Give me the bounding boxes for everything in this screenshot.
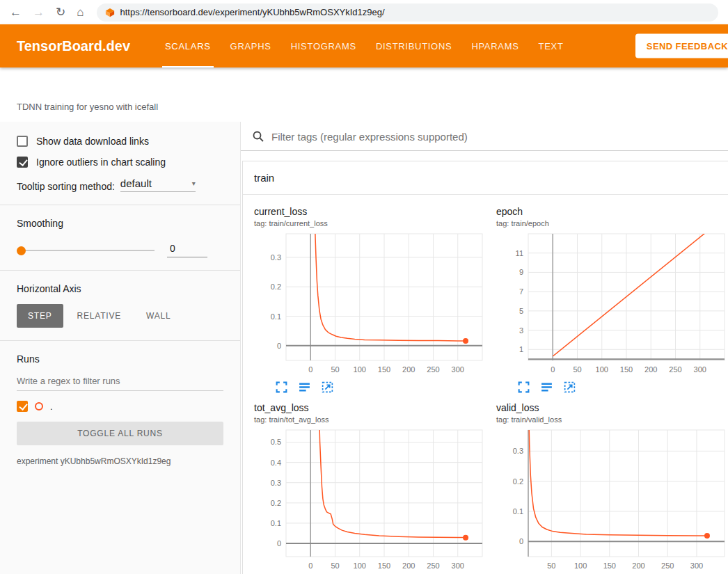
tab-graphs[interactable]: GRAPHS <box>221 24 281 67</box>
fullscreen-icon[interactable] <box>275 381 288 394</box>
home-icon[interactable]: ⌂ <box>77 6 84 18</box>
address-bar[interactable]: https://tensorboard.dev/experiment/yKUbh… <box>97 3 718 22</box>
svg-text:0.2: 0.2 <box>513 477 523 486</box>
tooltip-sorting-label: Tooltip sorting method: <box>17 181 115 192</box>
tab-distributions[interactable]: DISTRIBUTIONS <box>366 24 462 67</box>
train-section-card: train current_loss tag: train/current_lo… <box>242 161 728 574</box>
smoothing-slider[interactable] <box>17 246 155 255</box>
show-download-links-row[interactable]: Show data download links <box>17 136 223 147</box>
svg-text:150: 150 <box>378 561 390 570</box>
relative-axis-button[interactable]: RELATIVE <box>66 304 133 328</box>
show-download-links-label: Show data download links <box>36 136 149 147</box>
line-chart-tot-avg-loss[interactable]: 05010015020025030000.10.20.30.40.5 <box>254 426 491 574</box>
line-chart-epoch[interactable]: 0501001502002503001357911 <box>496 230 728 378</box>
reload-icon[interactable]: ↻ <box>56 6 65 18</box>
chart-card-valid-loss: valid_loss tag: train/valid_loss 5010015… <box>496 402 728 574</box>
chart-title: tot_avg_loss <box>254 402 491 414</box>
data-table-icon[interactable] <box>540 381 553 394</box>
run-item[interactable]: . <box>17 401 223 412</box>
ignore-outliers-row[interactable]: Ignore outliers in chart scaling <box>17 157 223 168</box>
step-axis-button[interactable]: STEP <box>17 304 63 328</box>
svg-text:200: 200 <box>402 561 415 570</box>
tensorboard-favicon <box>105 8 115 17</box>
smoothing-label: Smoothing <box>17 218 223 229</box>
svg-text:200: 200 <box>402 365 415 374</box>
experiment-id-caption: experiment yKUbhb5wRmOSXYkId1z9eg <box>17 456 223 466</box>
svg-text:0.1: 0.1 <box>513 507 523 516</box>
run-checkbox-icon[interactable] <box>17 401 28 412</box>
svg-text:250: 250 <box>661 561 674 570</box>
section-title[interactable]: train <box>243 161 728 195</box>
chart-tag: tag: train/tot_avg_loss <box>254 415 491 424</box>
svg-text:9: 9 <box>519 268 523 276</box>
fullscreen-icon[interactable] <box>517 381 530 394</box>
svg-text:0: 0 <box>277 342 281 350</box>
svg-text:50: 50 <box>331 561 339 570</box>
chart-tag: tag: train/valid_loss <box>496 415 728 424</box>
chart-card-tot-avg-loss: tot_avg_loss tag: train/tot_avg_loss 050… <box>254 402 491 574</box>
toggle-all-runs-button[interactable]: TOGGLE ALL RUNS <box>17 422 223 445</box>
svg-text:100: 100 <box>354 365 366 374</box>
slider-thumb[interactable] <box>17 246 26 255</box>
svg-text:3: 3 <box>519 326 523 335</box>
line-chart-current-loss[interactable]: 05010015020025030000.10.20.3 <box>254 230 491 378</box>
svg-text:50: 50 <box>547 561 555 570</box>
run-name: . <box>50 401 53 412</box>
chart-card-current-loss: current_loss tag: train/current_loss 050… <box>254 206 491 394</box>
smoothing-value-input[interactable]: 0 <box>167 243 207 257</box>
run-color-swatch <box>35 402 43 410</box>
svg-text:0.4: 0.4 <box>271 459 281 467</box>
caret-down-icon: ▾ <box>192 180 196 187</box>
url-text[interactable]: https://tensorboard.dev/experiment/yKUbh… <box>120 7 385 17</box>
svg-text:0.3: 0.3 <box>271 479 281 487</box>
tab-scalars[interactable]: SCALARS <box>155 24 221 67</box>
wall-axis-button[interactable]: WALL <box>135 304 182 328</box>
checkbox-checked-icon[interactable] <box>17 157 28 168</box>
line-chart-valid-loss[interactable]: 5010015020025030000.10.20.3 <box>496 426 728 574</box>
data-table-icon[interactable] <box>298 381 311 394</box>
slider-track <box>17 250 155 251</box>
browser-toolbar: ← → ↻ ⌂ https://tensorboard.dev/experime… <box>0 0 728 24</box>
settings-sidebar: Show data download links Ignore outliers… <box>0 122 241 574</box>
svg-text:150: 150 <box>378 365 390 374</box>
checkbox-unchecked-icon[interactable] <box>17 136 28 147</box>
tab-histograms[interactable]: HISTOGRAMS <box>281 24 366 67</box>
fit-domain-icon[interactable] <box>563 381 576 394</box>
svg-text:11: 11 <box>516 249 523 257</box>
svg-text:7: 7 <box>519 287 523 296</box>
divider <box>0 270 240 271</box>
svg-text:150: 150 <box>603 561 616 570</box>
divider <box>0 205 240 205</box>
app-header: TensorBoard.dev SCALARS GRAPHS HISTOGRAM… <box>0 24 728 67</box>
send-feedback-button[interactable]: SEND FEEDBACK <box>635 34 728 58</box>
svg-text:1: 1 <box>519 345 523 353</box>
nav-tabs: SCALARS GRAPHS HISTOGRAMS DISTRIBUTIONS … <box>155 24 573 67</box>
tooltip-sorting-select[interactable]: default ▾ <box>120 177 196 192</box>
svg-text:0.1: 0.1 <box>271 519 281 527</box>
back-icon[interactable]: ← <box>10 6 22 18</box>
search-icon <box>252 130 264 143</box>
smoothing-row: 0 <box>17 243 223 257</box>
svg-text:300: 300 <box>452 365 464 374</box>
svg-text:300: 300 <box>690 561 703 570</box>
tab-hparams[interactable]: HPARAMS <box>461 24 528 67</box>
brand-logo[interactable]: TensorBoard.dev <box>17 38 130 54</box>
svg-text:0: 0 <box>519 537 523 545</box>
svg-text:100: 100 <box>574 561 587 570</box>
svg-text:200: 200 <box>632 561 644 570</box>
fit-domain-icon[interactable] <box>321 381 334 394</box>
tab-text[interactable]: TEXT <box>529 24 573 67</box>
svg-text:0.1: 0.1 <box>271 312 281 321</box>
chart-tag: tag: train/epoch <box>496 218 728 228</box>
svg-text:300: 300 <box>694 365 706 374</box>
forward-icon[interactable]: → <box>33 6 45 18</box>
runs-label: Runs <box>17 353 223 365</box>
runs-filter-input[interactable] <box>17 370 223 391</box>
tag-filter-row <box>241 122 728 151</box>
horizontal-axis-buttons: STEP RELATIVE WALL <box>17 304 223 328</box>
main-panel: train current_loss tag: train/current_lo… <box>241 122 728 574</box>
horizontal-axis-label: Horizontal Axis <box>17 283 223 294</box>
tag-filter-input[interactable] <box>271 131 717 143</box>
svg-text:0: 0 <box>308 365 312 374</box>
divider <box>0 340 240 341</box>
